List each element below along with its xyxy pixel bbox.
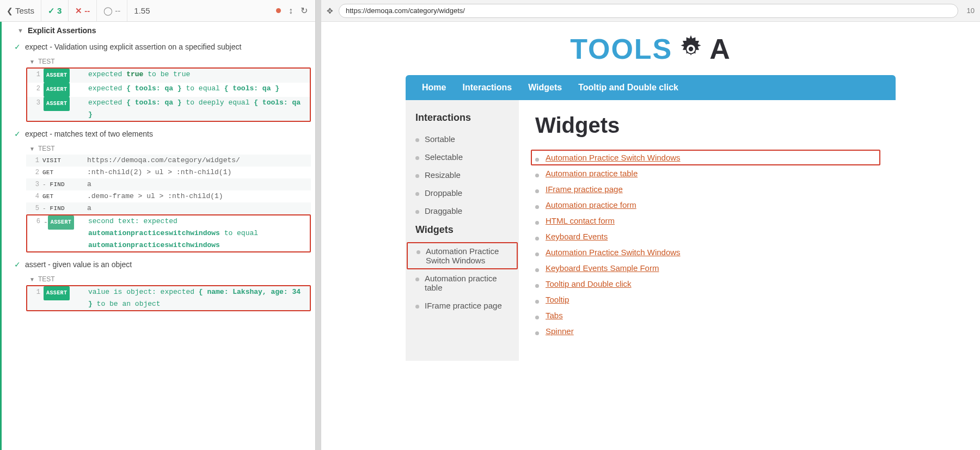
url-bar[interactable]: https://demoqa.com/category/widgets/ (339, 4, 958, 18)
widget-link[interactable]: IFrame practice page (546, 184, 623, 194)
widget-link[interactable]: Automation practice form (546, 200, 636, 209)
aut-toolbar: ✥ https://demoqa.com/category/widgets/ 1… (321, 0, 980, 22)
widget-link[interactable]: Keyboard Events Sample Form (546, 263, 659, 273)
gear-icon (675, 33, 707, 65)
list-item: Automation practice table (535, 165, 880, 181)
test-body-header[interactable]: ▼TEST (26, 56, 311, 67)
test-body-header[interactable]: ▼TEST (26, 273, 311, 285)
bullet-icon (416, 250, 420, 254)
dash-prefix: - (44, 217, 48, 229)
list-item: HTML contact form (535, 213, 880, 229)
sidebar-item[interactable]: Selectable (406, 148, 519, 166)
sidebar-item-label: IFrame practice page (425, 301, 502, 310)
highlighted-body: 1ASSERTvalue is object: expected { name:… (26, 285, 311, 311)
x-icon: ✕ (75, 6, 82, 16)
sidebar-item[interactable]: Automation Practice Switch Windows (407, 242, 518, 269)
zoom-level: 10 (964, 7, 975, 15)
sidebar-item-label: Selectable (425, 152, 463, 162)
command-name: FIND (42, 178, 65, 190)
command-row[interactable]: 5FINDa (26, 202, 311, 214)
sidebar-item[interactable]: Sortable (406, 130, 519, 148)
test-body-header[interactable]: ▼TEST (26, 143, 311, 155)
widget-link[interactable]: Tooltip and Double click (546, 279, 632, 288)
sidebar-list: SortableSelectableResizableDroppableDrag… (406, 130, 519, 220)
nav-link[interactable]: Tooltip and Double click (578, 83, 678, 93)
nav-link[interactable]: Interactions (462, 83, 512, 93)
test-body: ▼TEST1VISIThttps://demoqa.com/category/w… (26, 143, 311, 252)
command-message: :nth-child(2) > ul > :nth-child(1) (87, 167, 308, 178)
widget-link[interactable]: Automation Practice Switch Windows (546, 248, 681, 257)
test-title-row[interactable]: ✓assert - given value is an object (0, 257, 315, 272)
command-row[interactable]: 2ASSERTexpected { tools: qa } to equal {… (27, 83, 310, 97)
spec-edge-indicator (0, 22, 2, 450)
test-title-row[interactable]: ✓expect - Validation using explicit asse… (0, 39, 315, 54)
check-icon: ✓ (14, 260, 21, 269)
list-item: Tooltip (535, 292, 880, 307)
sidebar-item[interactable]: Automation practice table (406, 269, 519, 297)
command-row[interactable]: 6- ASSERTsecond text: expected automatio… (27, 215, 310, 251)
assert-badge: ASSERT (44, 83, 70, 97)
widget-link[interactable]: Keyboard Events (546, 232, 608, 241)
nav-link[interactable]: Home (422, 83, 446, 93)
bullet-icon (535, 316, 539, 319)
sidebar-item[interactable]: Resizable (406, 166, 519, 184)
command-row[interactable]: 1ASSERTvalue is object: expected { name:… (27, 286, 310, 310)
aut-iframe[interactable]: TOOLS A HomeInteractionsWidgetsTooltip a… (321, 22, 980, 450)
list-item: Automation Practice Switch Windows (531, 150, 880, 165)
duration-value: 1.55 (134, 6, 150, 15)
check-icon: ✓ (14, 130, 21, 138)
highlighted-body: 1ASSERTexpected true to be true2ASSERTex… (26, 67, 311, 122)
sidebar-item-label: Automation practice table (425, 274, 509, 292)
command-name-cell: VISIT (42, 155, 87, 167)
test-label: TEST (38, 275, 55, 283)
widget-link[interactable]: Automation Practice Switch Windows (546, 153, 681, 162)
back-to-tests-button[interactable]: ❮ Tests (0, 0, 41, 21)
command-log[interactable]: ▼ Explicit Assertions ✓expect - Validati… (0, 22, 315, 450)
bullet-icon (535, 252, 539, 256)
pane-resizer[interactable] (316, 0, 321, 450)
bullet-icon (535, 221, 539, 225)
bullet-icon (415, 156, 419, 160)
list-item: Tooltip and Double click (535, 276, 880, 292)
nav-link[interactable]: Widgets (528, 83, 562, 93)
widget-link-list: Automation Practice Switch WindowsAutoma… (535, 150, 880, 339)
command-row[interactable]: 4GET.demo-frame > ul > :nth-child(1) (26, 190, 311, 202)
command-name-cell: ASSERT (44, 286, 88, 300)
test-title: assert - given value is an object (25, 260, 132, 269)
test-title-row[interactable]: ✓expect - matches text of two elements (0, 126, 315, 141)
bullet-icon (535, 189, 539, 193)
toggle-auto-scroll-button[interactable] (289, 6, 293, 16)
site-logo[interactable]: TOOLS A (406, 22, 896, 75)
command-row[interactable]: 1ASSERTexpected true to be true (27, 69, 310, 83)
widget-link[interactable]: Tabs (546, 311, 563, 320)
stats-failed: ✕ -- (69, 0, 97, 21)
widget-link[interactable]: Automation practice table (546, 169, 638, 178)
app-root: ❮ Tests ✓ 3 ✕ -- ◯ -- 1.55 ↻ (0, 0, 980, 450)
main-content: Widgets Automation Practice Switch Windo… (519, 100, 896, 361)
line-number: 1 (30, 69, 40, 81)
chevron-down-icon: ▼ (17, 27, 23, 34)
pending-count: -- (115, 6, 120, 15)
sidebar-item[interactable]: IFrame practice page (406, 297, 519, 315)
command-row[interactable]: 2GET:nth-child(2) > ul > :nth-child(1) (26, 167, 311, 178)
command-message: https://demoqa.com/category/widgets/ (87, 155, 308, 167)
command-row[interactable]: 1VISIThttps://demoqa.com/category/widget… (26, 155, 311, 167)
stats-passed: ✓ 3 (41, 0, 69, 21)
command-row[interactable]: 3ASSERTexpected { tools: qa } to deeply … (27, 97, 310, 121)
fail-count: -- (84, 6, 90, 15)
bullet-icon (415, 138, 419, 142)
command-message: second text: expected automationpractice… (88, 215, 307, 251)
sidebar-item[interactable]: Droppable (406, 184, 519, 202)
page-title: Widgets (535, 113, 880, 138)
spec-title-row[interactable]: ▼ Explicit Assertions (0, 22, 315, 39)
assert-badge: ASSERT (44, 97, 70, 111)
command-row[interactable]: 3FINDa (26, 178, 311, 190)
selector-playground-button[interactable]: ✥ (327, 7, 333, 15)
widget-link[interactable]: HTML contact form (546, 216, 615, 225)
sidebar-item[interactable]: Draggable (406, 202, 519, 220)
rerun-button[interactable]: ↻ (301, 5, 308, 16)
widget-link[interactable]: Tooltip (546, 295, 569, 304)
chevron-down-icon: ▼ (29, 59, 35, 65)
widget-link[interactable]: Spinner (546, 326, 574, 336)
logo-text-2: A (709, 33, 731, 65)
